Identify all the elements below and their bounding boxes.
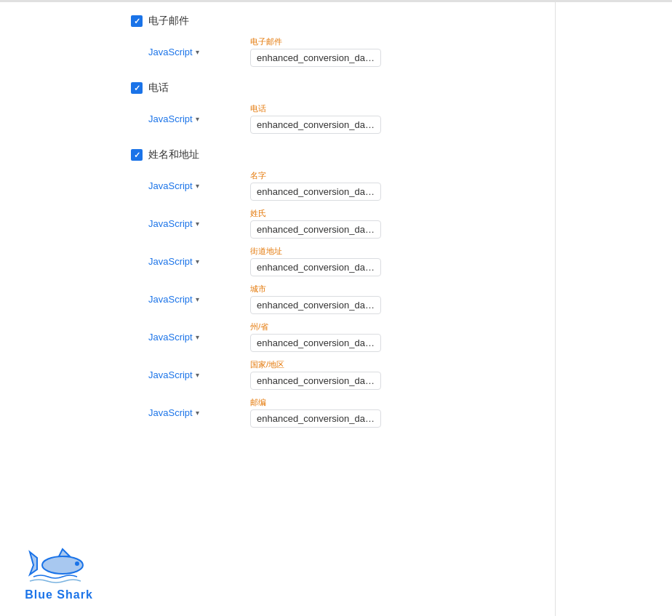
logo-text: Blue Shark: [25, 588, 93, 601]
field-label-name-address-3: 城市: [250, 284, 538, 295]
section-name-address: 姓名和地址JavaScript▾名字enhanced_conversion_da…: [131, 148, 538, 428]
field-label-email-0: 电子邮件: [250, 36, 538, 47]
field-value-name-address-6[interactable]: enhanced_conversion_dat…: [250, 409, 381, 428]
field-group-name-address-2: 街道地址enhanced_conversion_dat…: [250, 246, 538, 276]
field-label-phone-0: 电话: [250, 103, 538, 114]
js-label-name-address-0: JavaScript: [148, 180, 193, 191]
js-dropdown-name-address-4[interactable]: JavaScript▾: [148, 332, 221, 343]
js-dropdown-name-address-2[interactable]: JavaScript▾: [148, 256, 221, 267]
dropdown-arrow-name-address-2: ▾: [196, 257, 199, 265]
field-label-name-address-2: 街道地址: [250, 246, 538, 257]
field-row-phone-0: JavaScript▾电话enhanced_conversion_dat…: [148, 103, 538, 134]
section-title-email: 电子邮件: [148, 15, 189, 28]
svg-marker-1: [30, 552, 37, 575]
field-label-name-address-6: 邮编: [250, 397, 538, 408]
js-label-name-address-1: JavaScript: [148, 218, 193, 229]
dropdown-arrow-name-address-4: ▾: [196, 333, 199, 341]
main-content: 电子邮件JavaScript▾电子邮件enhanced_conversion_d…: [0, 0, 553, 457]
field-group-name-address-3: 城市enhanced_conversion_dat…: [250, 284, 538, 314]
dropdown-arrow-name-address-3: ▾: [196, 295, 199, 303]
js-label-phone-0: JavaScript: [148, 113, 193, 124]
section-header-name-address: 姓名和地址: [131, 148, 538, 161]
js-dropdown-name-address-6[interactable]: JavaScript▾: [148, 407, 221, 418]
field-group-name-address-5: 国家/地区enhanced_conversion_dat…: [250, 359, 538, 390]
field-group-email-0: 电子邮件enhanced_conversion_dat…: [250, 36, 538, 67]
section-header-email: 电子邮件: [131, 15, 538, 28]
section-phone: 电话JavaScript▾电话enhanced_conversion_dat…: [131, 81, 538, 134]
dropdown-arrow-name-address-6: ▾: [196, 409, 199, 417]
js-dropdown-name-address-1[interactable]: JavaScript▾: [148, 218, 221, 229]
field-group-name-address-4: 州/省enhanced_conversion_dat…: [250, 321, 538, 352]
field-value-name-address-3[interactable]: enhanced_conversion_dat…: [250, 296, 381, 314]
checkbox-phone[interactable]: [131, 82, 143, 94]
js-label-name-address-5: JavaScript: [148, 369, 193, 380]
dropdown-arrow-email-0: ▾: [196, 48, 199, 56]
checkbox-email[interactable]: [131, 15, 143, 27]
svg-marker-2: [59, 549, 70, 556]
js-label-name-address-6: JavaScript: [148, 407, 193, 418]
field-row-name-address-2: JavaScript▾街道地址enhanced_conversion_dat…: [148, 246, 538, 276]
vertical-divider: [555, 0, 556, 616]
section-title-name-address: 姓名和地址: [148, 148, 199, 161]
field-row-name-address-1: JavaScript▾姓氏enhanced_conversion_dat…: [148, 208, 538, 239]
top-border: [0, 0, 672, 2]
field-value-name-address-2[interactable]: enhanced_conversion_dat…: [250, 258, 381, 276]
js-dropdown-email-0[interactable]: JavaScript▾: [148, 47, 221, 57]
js-dropdown-name-address-5[interactable]: JavaScript▾: [148, 369, 221, 380]
field-row-name-address-3: JavaScript▾城市enhanced_conversion_dat…: [148, 284, 538, 314]
js-label-name-address-4: JavaScript: [148, 332, 193, 343]
js-label-name-address-3: JavaScript: [148, 294, 193, 305]
field-row-email-0: JavaScript▾电子邮件enhanced_conversion_dat…: [148, 36, 538, 67]
checkbox-name-address[interactable]: [131, 149, 143, 161]
dropdown-arrow-name-address-1: ▾: [196, 220, 199, 228]
field-value-phone-0[interactable]: enhanced_conversion_dat…: [250, 116, 381, 134]
field-value-name-address-5[interactable]: enhanced_conversion_dat…: [250, 372, 381, 390]
field-label-name-address-4: 州/省: [250, 321, 538, 332]
dropdown-arrow-name-address-0: ▾: [196, 182, 199, 190]
dropdown-arrow-name-address-5: ▾: [196, 371, 199, 379]
field-group-name-address-6: 邮编enhanced_conversion_dat…: [250, 397, 538, 428]
field-value-name-address-0[interactable]: enhanced_conversion_dat…: [250, 183, 381, 201]
section-email: 电子邮件JavaScript▾电子邮件enhanced_conversion_d…: [131, 15, 538, 67]
dropdown-arrow-phone-0: ▾: [196, 115, 199, 123]
field-label-name-address-5: 国家/地区: [250, 359, 538, 370]
field-row-name-address-4: JavaScript▾州/省enhanced_conversion_dat…: [148, 321, 538, 352]
section-title-phone: 电话: [148, 81, 169, 95]
js-dropdown-phone-0[interactable]: JavaScript▾: [148, 113, 221, 124]
field-value-email-0[interactable]: enhanced_conversion_dat…: [250, 49, 381, 67]
field-row-name-address-6: JavaScript▾邮编enhanced_conversion_dat…: [148, 397, 538, 428]
js-dropdown-name-address-3[interactable]: JavaScript▾: [148, 294, 221, 305]
field-value-name-address-1[interactable]: enhanced_conversion_dat…: [250, 220, 381, 239]
js-dropdown-name-address-0[interactable]: JavaScript▾: [148, 180, 221, 191]
field-group-phone-0: 电话enhanced_conversion_dat…: [250, 103, 538, 134]
js-label-name-address-2: JavaScript: [148, 256, 193, 267]
field-label-name-address-1: 姓氏: [250, 208, 538, 219]
field-row-name-address-0: JavaScript▾名字enhanced_conversion_dat…: [148, 170, 538, 201]
svg-point-3: [76, 562, 79, 565]
js-label-email-0: JavaScript: [148, 47, 193, 57]
section-header-phone: 电话: [131, 81, 538, 95]
logo-icon: [23, 542, 95, 585]
field-label-name-address-0: 名字: [250, 170, 538, 181]
field-group-name-address-1: 姓氏enhanced_conversion_dat…: [250, 208, 538, 239]
field-row-name-address-5: JavaScript▾国家/地区enhanced_conversion_dat…: [148, 359, 538, 390]
logo-area: Blue Shark: [0, 527, 118, 616]
field-value-name-address-4[interactable]: enhanced_conversion_dat…: [250, 334, 381, 352]
field-group-name-address-0: 名字enhanced_conversion_dat…: [250, 170, 538, 201]
